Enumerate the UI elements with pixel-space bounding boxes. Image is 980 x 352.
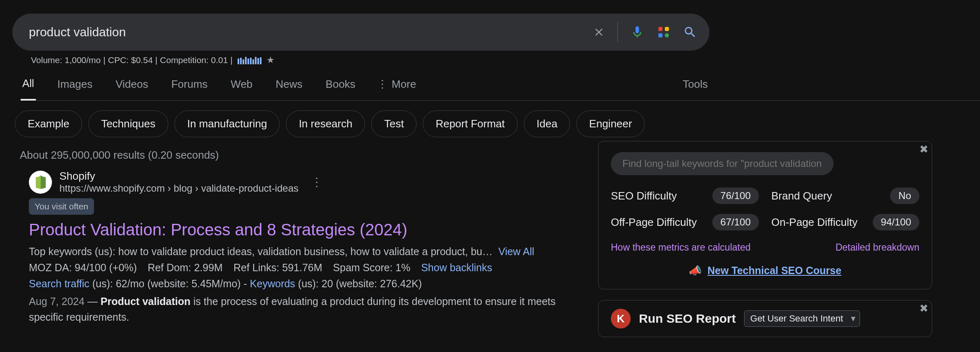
site-favicon (29, 171, 52, 194)
brand-query-value: No (890, 188, 919, 204)
tab-images[interactable]: Images (56, 78, 94, 100)
detailed-breakdown-link[interactable]: Detailed breakdown (836, 242, 919, 253)
snippet-dash: — (85, 296, 101, 307)
tab-web[interactable]: Web (229, 78, 254, 100)
cpc-text: CPC: $0.54 (108, 55, 153, 65)
search-input[interactable] (29, 25, 593, 39)
svg-rect-1 (665, 27, 669, 31)
spam-score: Spam Score: 1% (333, 262, 410, 274)
search-icon[interactable] (683, 25, 697, 39)
sep: | (103, 55, 105, 65)
k-badge-icon: K (611, 309, 631, 329)
tab-books[interactable]: Books (324, 78, 357, 100)
keywords-list: how to validate product ideas, validatio… (118, 246, 493, 257)
keywords-prefix: Top keywords (us): (29, 246, 118, 257)
chip-in-research[interactable]: In research (286, 110, 365, 137)
trend-bars-icon (238, 56, 261, 64)
technical-seo-course-link[interactable]: New Technical SEO Course (707, 265, 841, 277)
star-icon[interactable]: ★ (266, 55, 275, 66)
brand-query-label: Brand Query (771, 190, 832, 202)
chip-example[interactable]: Example (15, 110, 82, 137)
ref-links: Ref Links: 591.76M (233, 262, 322, 274)
visit-often-badge: You visit often (29, 198, 94, 215)
chip-techniques[interactable]: Techniques (88, 110, 168, 137)
report-type-select[interactable]: Get User Search Intent (744, 310, 860, 327)
select-value: Get User Search Intent (750, 313, 843, 324)
longtail-keyword-input[interactable] (611, 152, 834, 175)
megaphone-icon: 📣 (689, 265, 702, 277)
svg-point-3 (665, 33, 669, 38)
filter-chips-row: Example Techniques In manufacturing In r… (15, 110, 980, 137)
search-traffic-rest: (us): 62/mo (website: 5.45M/mo) - (90, 278, 250, 289)
show-backlinks-link[interactable]: Show backlinks (421, 262, 492, 274)
site-name: Shopify (59, 170, 299, 183)
how-calculated-link[interactable]: How these metrics are calculated (611, 242, 751, 253)
tab-videos[interactable]: Videos (114, 78, 150, 100)
tools-button[interactable]: Tools (683, 78, 708, 100)
off-page-value: 67/100 (712, 214, 759, 230)
keywords-rest: (us): 20 (website: 276.42K) (295, 278, 422, 289)
run-seo-report-panel: ✖ K Run SEO Report Get User Search Inten… (598, 300, 932, 337)
tabs-row: All Images Videos Forums Web News Books … (21, 77, 980, 101)
mic-icon[interactable] (630, 25, 644, 39)
close-icon[interactable]: ✖ (919, 302, 928, 315)
off-page-label: Off-Page Difficulty (611, 216, 697, 229)
keywords-link[interactable]: Keywords (250, 278, 295, 289)
keyword-meta-row: Volume: 1,000/mo | CPC: $0.54 | Competit… (31, 55, 980, 66)
competition-text: Competition: 0.01 (160, 55, 228, 65)
breadcrumb: https://www.shopify.com › blog › validat… (59, 183, 299, 194)
sep: | (155, 55, 157, 65)
more-button[interactable]: ⋮ More (377, 78, 416, 100)
moz-da: MOZ DA: 94/100 (+0%) (29, 262, 137, 274)
chip-in-manufacturing[interactable]: In manufacturing (174, 110, 280, 137)
lens-icon[interactable] (657, 25, 671, 39)
result-header: Shopify https://www.shopify.com › blog ›… (29, 170, 586, 194)
chip-idea[interactable]: Idea (524, 110, 570, 137)
tab-news[interactable]: News (274, 78, 304, 100)
tab-all[interactable]: All (21, 77, 36, 101)
top-keywords-line: Top keywords (us): how to validate produ… (29, 246, 586, 258)
svg-rect-0 (658, 27, 662, 31)
seo-metrics-line: MOZ DA: 94/100 (+0%) Ref Dom: 2.99M Ref … (29, 262, 586, 274)
run-seo-title: Run SEO Report (639, 312, 736, 326)
svg-rect-2 (658, 33, 662, 38)
close-icon[interactable]: ✖ (919, 143, 928, 156)
chip-engineer[interactable]: Engineer (576, 110, 645, 137)
search-result: Shopify https://www.shopify.com › blog ›… (29, 170, 586, 325)
seo-difficulty-value: 76/100 (712, 188, 759, 204)
chip-report-format[interactable]: Report Format (423, 110, 518, 137)
divider (617, 22, 618, 42)
volume-text: Volume: 1,000/mo (31, 55, 101, 65)
chip-test[interactable]: Test (371, 110, 417, 137)
seo-metrics-panel: ✖ SEO Difficulty 76/100 Brand Query No O… (598, 141, 932, 289)
snippet-date: Aug 7, 2024 (29, 296, 85, 307)
ref-dom: Ref Dom: 2.99M (148, 262, 223, 274)
clear-icon[interactable] (593, 26, 605, 38)
result-title-link[interactable]: Product Validation: Process and 8 Strate… (29, 221, 586, 239)
tab-forums[interactable]: Forums (170, 78, 209, 100)
traffic-line: Search traffic (us): 62/mo (website: 5.4… (29, 278, 586, 290)
seo-difficulty-label: SEO Difficulty (611, 190, 677, 202)
more-dots-icon: ⋮ (377, 78, 388, 91)
search-traffic-link[interactable]: Search traffic (29, 278, 90, 289)
on-page-label: On-Page Difficulty (771, 216, 858, 229)
sep: | (230, 55, 232, 65)
result-more-icon[interactable]: ⋮ (311, 175, 323, 189)
search-bar (12, 14, 709, 51)
view-all-link[interactable]: View All (498, 246, 534, 257)
snippet-bold: Product validation (101, 296, 191, 307)
on-page-value: 94/100 (873, 214, 919, 230)
more-label: More (392, 78, 416, 91)
search-icons-group (593, 22, 697, 42)
result-snippet: Aug 7, 2024 — Product validation is the … (29, 294, 586, 325)
